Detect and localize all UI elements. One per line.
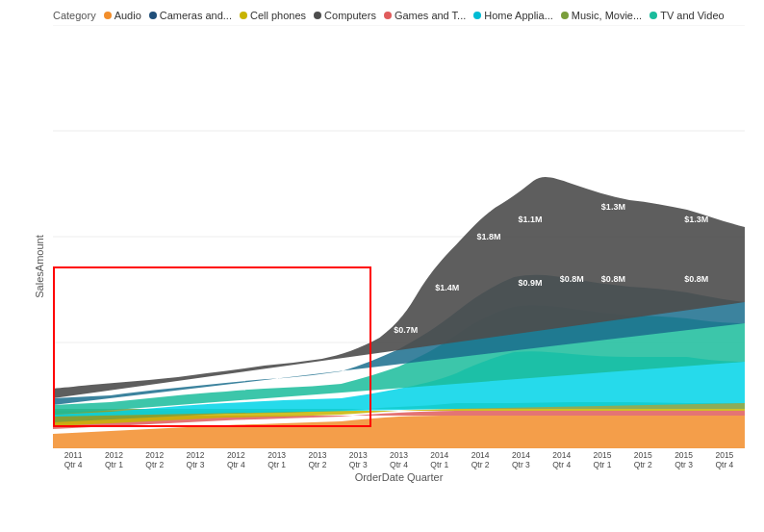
label-q2-2014-tv: $1.4M (435, 283, 459, 292)
legend-games: Games and T... (384, 10, 466, 21)
label-q3-2013-tv: $0.7M (345, 334, 369, 343)
label-q2-2012: $1.0M (152, 355, 176, 365)
label-q4-2013-comp: $1.3M (394, 266, 418, 275)
legend-cellphones: Cell phones (240, 10, 306, 21)
chart-container: Category Audio Cameras and... Cell phone… (0, 0, 764, 532)
legend-tv: TV and Video (649, 10, 724, 21)
legend-computers: Computers (314, 10, 376, 21)
label-q1-2015-tv: $0.8M (560, 274, 584, 284)
label-q3-2015-comp: $1.5M (643, 160, 667, 169)
x-tick-13: 2015Qtr 1 (582, 450, 623, 469)
x-axis-ticks: 2011Qtr 4 2012Qtr 1 2012Qtr 2 2012Qtr 3 … (53, 450, 745, 469)
x-tick-5: 2013Qtr 1 (256, 450, 296, 469)
label-q4-2015-comp: $1.3M (684, 215, 708, 224)
label-q2-2015-tv: $0.8M (601, 274, 625, 284)
x-tick-2: 2012Qtr 2 (135, 450, 175, 469)
x-tick-10: 2014Qtr 2 (460, 450, 500, 469)
label-q4-2015-tv: $0.8M (684, 274, 708, 284)
x-tick-6: 2013Qtr 2 (297, 450, 338, 469)
x-axis-label: OrderDate Quarter (53, 471, 745, 483)
label-q3-2014-comp: $1.9M (476, 122, 500, 132)
chart-svg (53, 25, 745, 448)
x-tick-4: 2012Qtr 4 (216, 450, 256, 469)
label-q3-2012: $0.7M (193, 359, 217, 368)
label-q2-2015-comp: $1.3M (601, 202, 625, 212)
category-label: Category (53, 10, 96, 21)
y-axis-label: SalesAmount (34, 235, 45, 297)
legend-homeappliances: Home Applia... (473, 10, 553, 21)
x-tick-11: 2014Qtr 3 (500, 450, 541, 469)
label-q1-2012: $1.0M (110, 355, 134, 365)
label-q3-2013-computers: $2.3M (345, 202, 369, 212)
x-tick-12: 2014Qtr 4 (542, 450, 582, 469)
label-q1-2014-tv: $0.7M (394, 325, 418, 335)
label-q4-2014-cam: $0.9M (519, 278, 543, 288)
label-q1-2013: $1.1M (276, 334, 300, 343)
x-tick-15: 2015Qtr 3 (663, 450, 703, 469)
x-tick-7: 2013Qtr 3 (338, 450, 378, 469)
x-tick-16: 2015Qtr 4 (704, 450, 745, 469)
x-tick-8: 2013Qtr 4 (378, 450, 419, 469)
legend-audio: Audio (104, 10, 141, 21)
legend-cameras: Cameras and... (149, 10, 232, 21)
label-q2-2013: $1.3M (311, 291, 335, 301)
x-tick-1: 2012Qtr 1 (93, 450, 134, 469)
legend-music: Music, Movie... (561, 10, 642, 21)
x-tick-9: 2014Qtr 1 (420, 450, 460, 469)
x-tick-3: 2012Qtr 3 (175, 450, 216, 469)
label-q4-2011: $1.1M (68, 350, 92, 360)
label-q4-2014-comp: $1.1M (519, 215, 543, 224)
label-q2-2014-comp: $1.4M (435, 207, 459, 216)
label-q4-2012: $0.9M (235, 359, 259, 368)
label-q3-2014-tv: $1.8M (476, 232, 500, 241)
x-tick-0: 2011Qtr 4 (53, 450, 93, 469)
x-tick-14: 2015Qtr 2 (623, 450, 663, 469)
